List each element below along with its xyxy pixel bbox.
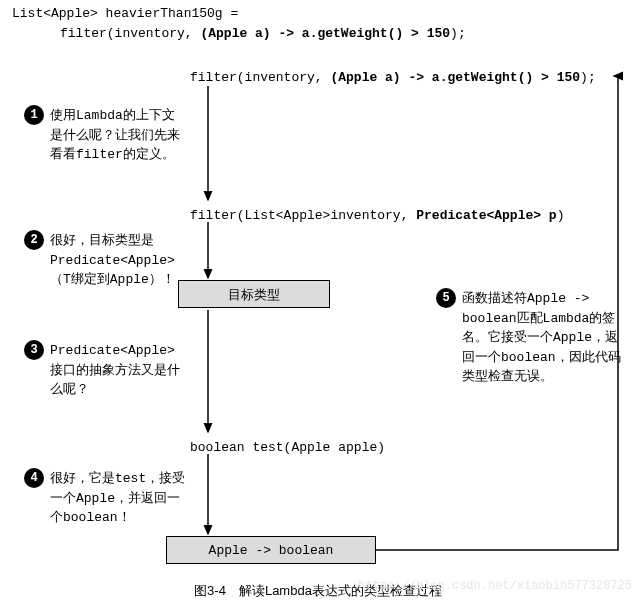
descriptor-box: Apple -> boolean (166, 536, 376, 564)
step-badge-4: 4 (24, 468, 44, 488)
step-text-2: 很好，目标类型是 Predicate<Apple> （T绑定到Apple）！ (50, 231, 190, 290)
code-line-2: filter(inventory, (Apple a) -> a.getWeig… (60, 24, 466, 44)
step-text-3: Predicate<Apple> 接口的抽象方法又是什么呢？ (50, 341, 190, 400)
flow-node-signature: filter(List<Apple>inventory, Predicate<A… (190, 208, 565, 223)
step-badge-1: 1 (24, 105, 44, 125)
step-badge-2: 2 (24, 230, 44, 250)
code-header: List<Apple> heavierThan150g = filter(inv… (12, 4, 466, 43)
target-type-box: 目标类型 (178, 280, 330, 308)
code-line-1: List<Apple> heavierThan150g = (12, 4, 466, 24)
step-badge-3: 3 (24, 340, 44, 360)
flow-node-call: filter(inventory, (Apple a) -> a.getWeig… (190, 70, 596, 85)
flow-node-test: boolean test(Apple apple) (190, 440, 385, 455)
step-text-1: 使用Lambda的上下文是什么呢？让我们先来看看filter的定义。 (50, 106, 185, 165)
watermark-text: https://blog.csdn.net/xiaobin577328725 (358, 579, 632, 593)
step-text-5: 函数描述符Apple -> boolean匹配Lambda的签名。它接受一个Ap… (462, 289, 622, 387)
step-badge-5: 5 (436, 288, 456, 308)
step-text-4: 很好，它是test，接受一个Apple，并返回一个boolean！ (50, 469, 190, 528)
